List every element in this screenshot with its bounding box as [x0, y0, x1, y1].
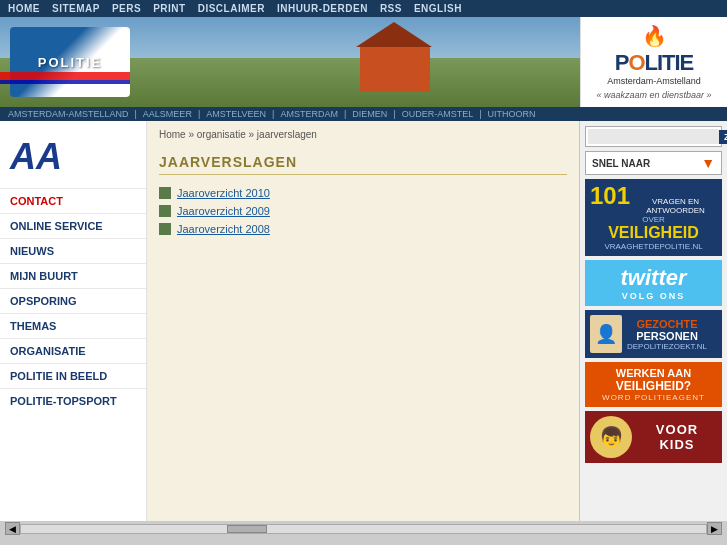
person-icon: 👤 — [590, 315, 622, 353]
nav-sitemap[interactable]: SITEMAP — [52, 3, 100, 14]
sidebar-item-politie-topsport[interactable]: POLITIE-TOPSPORT — [0, 388, 146, 413]
top-navigation: HOME SITEMAP PERS PRINT DISCLAIMER INHUU… — [0, 0, 727, 17]
snel-naar-dropdown[interactable]: SNEL NAAR ▼ — [585, 151, 722, 175]
breadcrumb-organisatie[interactable]: organisatie — [197, 129, 246, 140]
nav-print[interactable]: PRINT — [153, 3, 186, 14]
banner-image: POLITIE — [0, 17, 580, 107]
sidebar-item-themas[interactable]: THEMAS — [0, 313, 146, 338]
page-title: JAARVERSLAGEN — [159, 154, 567, 175]
jaaroverzicht-2009-link[interactable]: Jaaroverzicht 2009 — [177, 205, 270, 217]
header-banner: POLITIE — [0, 17, 580, 107]
scroll-track[interactable] — [20, 524, 707, 534]
slogan-text: « waakzaam en dienstbaar » — [596, 90, 711, 100]
vragen-over: OVER — [590, 215, 717, 224]
vragen-widget[interactable]: 101 VRAGEN EN ANTWOORDEN OVER VEILIGHEID… — [585, 179, 722, 256]
location-item[interactable]: AALSMEER — [143, 109, 192, 119]
right-sidebar: ZOEK SNEL NAAR ▼ 101 VRAGEN EN ANTWOORDE… — [580, 121, 727, 521]
footer-scrollbar: ◀ ▶ — [0, 521, 727, 536]
breadcrumb: Home » organisatie » jaarverslagen — [159, 129, 567, 144]
sidebar-item-mijn-buurt[interactable]: MIJN BUURT — [0, 263, 146, 288]
depolitiezoekt-url: DEPOLITIEZOEKT.NL — [627, 342, 707, 351]
scroll-thumb[interactable] — [227, 525, 267, 533]
snel-naar-label: SNEL NAAR — [592, 158, 650, 169]
nav-english[interactable]: ENGLISH — [414, 3, 462, 14]
sidebar-item-politie-in-beeld[interactable]: POLITIE IN BEELD — [0, 363, 146, 388]
jaaroverzicht-2010-link[interactable]: Jaaroverzicht 2010 — [177, 187, 270, 199]
document-icon — [159, 205, 171, 217]
document-icon — [159, 223, 171, 235]
kids-widget[interactable]: 👦 VOOR KIDS — [585, 411, 722, 463]
list-item: Jaaroverzicht 2010 — [159, 187, 567, 199]
horizontal-scrollbar[interactable]: ◀ ▶ — [5, 522, 722, 535]
nav-pers[interactable]: PERS — [112, 3, 141, 14]
nav-home[interactable]: HOME — [8, 3, 40, 14]
veiligheid-text: VEILIGHEID — [590, 224, 717, 242]
volg-ons-label: VOLG ONS — [590, 291, 717, 301]
flame-icon: 🔥 — [642, 24, 667, 48]
main-layout: AA CONTACT ONLINE SERVICE NIEUWS MIJN BU… — [0, 121, 727, 521]
kids-icon: 👦 — [590, 416, 632, 458]
list-item: Jaaroverzicht 2008 — [159, 223, 567, 235]
sidebar-item-contact[interactable]: CONTACT — [0, 188, 146, 213]
document-icon — [159, 187, 171, 199]
list-item: Jaaroverzicht 2009 — [159, 205, 567, 217]
twitter-widget[interactable]: twitter VOLG ONS — [585, 260, 722, 306]
search-button[interactable]: ZOEK — [719, 130, 727, 144]
vraaghet-url: VRAAGHETDEPOLITIE.NL — [590, 242, 717, 251]
location-item[interactable]: AMSTELVEEN — [206, 109, 266, 119]
location-item[interactable]: UITHOORN — [488, 109, 536, 119]
location-item[interactable]: OUDER-AMSTEL — [402, 109, 474, 119]
breadcrumb-current: jaarverslagen — [257, 129, 317, 140]
left-sidebar: AA CONTACT ONLINE SERVICE NIEUWS MIJN BU… — [0, 121, 147, 521]
nav-disclaimer[interactable]: DISCLAIMER — [198, 3, 265, 14]
vragen-number: 101 — [590, 184, 630, 208]
aa-logo: AA — [0, 131, 146, 188]
nav-rss[interactable]: RSS — [380, 3, 402, 14]
gezocht-widget[interactable]: 👤 GEZOCHTE PERSONEN DEPOLITIEZOEKT.NL — [585, 310, 722, 358]
search-input[interactable] — [588, 129, 719, 144]
twitter-title: twitter — [590, 265, 717, 291]
gezochte-label: GEZOCHTE — [627, 318, 707, 330]
politie-logo: POLITIE — [615, 50, 694, 76]
location-item[interactable]: AMSTERDAM-AMSTELLAND — [8, 109, 129, 119]
politie-logo-area: 🔥 POLITIE Amsterdam-Amstelland « waakzaa… — [580, 17, 727, 107]
word-politieagent-cta: WORD POLITIEAGENT — [590, 393, 717, 402]
vragen-line1: VRAGEN EN ANTWOORDEN — [634, 197, 717, 215]
sidebar-item-opsporing[interactable]: OPSPORING — [0, 288, 146, 313]
sidebar-item-nieuws[interactable]: NIEUWS — [0, 238, 146, 263]
content-area: Home » organisatie » jaarverslagen JAARV… — [147, 121, 580, 521]
amsterdam-amstelland-text: Amsterdam-Amstelland — [607, 76, 701, 86]
police-car: POLITIE — [10, 27, 130, 97]
jaaroverzicht-2008-link[interactable]: Jaaroverzicht 2008 — [177, 223, 270, 235]
werken-widget[interactable]: WERKEN AAN VEILIGHEID? WORD POLITIEAGENT — [585, 362, 722, 407]
chevron-down-icon: ▼ — [701, 155, 715, 171]
voor-kids-label: VOOR KIDS — [637, 422, 717, 452]
breadcrumb-home[interactable]: Home — [159, 129, 186, 140]
scroll-left-button[interactable]: ◀ — [5, 522, 20, 535]
scroll-right-button[interactable]: ▶ — [707, 522, 722, 535]
location-bar: AMSTERDAM-AMSTELLAND | AALSMEER | AMSTEL… — [0, 107, 727, 121]
sidebar-item-online-service[interactable]: ONLINE SERVICE — [0, 213, 146, 238]
gezocht-text-area: GEZOCHTE PERSONEN DEPOLITIEZOEKT.NL — [627, 318, 707, 351]
site-header: POLITIE 🔥 POLITIE Amsterdam-Amstelland «… — [0, 17, 727, 107]
nav-inhuur[interactable]: INHUUR-DERDEN — [277, 3, 368, 14]
location-item[interactable]: DIEMEN — [352, 109, 387, 119]
search-box: ZOEK — [585, 126, 722, 147]
sidebar-item-organisatie[interactable]: ORGANISATIE — [0, 338, 146, 363]
personen-label: PERSONEN — [627, 330, 707, 342]
werken-title: WERKEN AAN — [590, 367, 717, 379]
veiligheid-label: VEILIGHEID? — [590, 379, 717, 393]
location-item[interactable]: AMSTERDAM — [280, 109, 338, 119]
